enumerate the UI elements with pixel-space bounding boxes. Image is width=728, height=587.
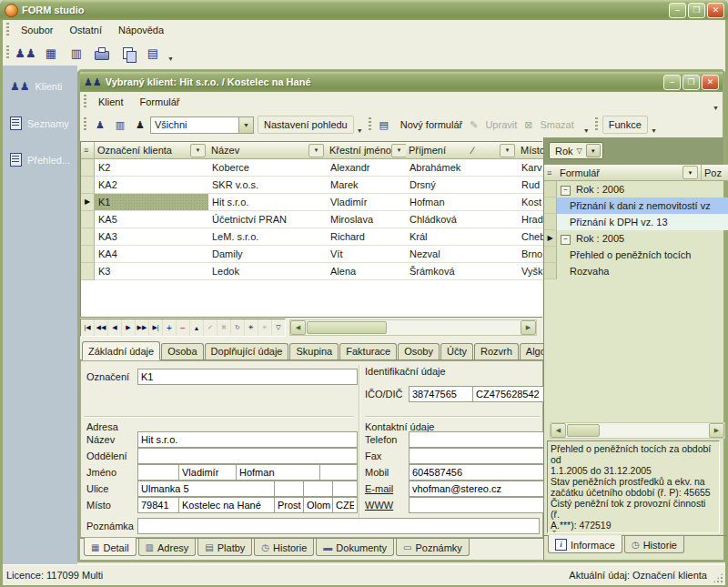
tree-item-selected[interactable]: Přiznání k dani z nemovitostí vz	[557, 197, 728, 214]
nav-first-button[interactable]: |◀	[81, 319, 95, 336]
client-toolbar-grip[interactable]	[84, 117, 86, 132]
cell[interactable]: SKR v.o.s.	[208, 177, 328, 194]
www-link-label[interactable]: WWW	[365, 500, 393, 511]
prijmeni-field[interactable]	[236, 464, 321, 481]
client-filter-combo[interactable]: Všichni ▼	[150, 116, 254, 134]
cell[interactable]: Hofman	[406, 194, 519, 211]
toolbar-grip[interactable]	[6, 46, 9, 60]
nazev-field[interactable]	[137, 431, 358, 448]
cell[interactable]: Kost	[518, 194, 546, 211]
tree-horizontal-scrollbar[interactable]: ◀ ▶	[550, 422, 725, 439]
minimize-button[interactable]: –	[669, 3, 686, 18]
view-settings-button[interactable]: Nastavení pohledu	[258, 116, 354, 134]
column-dropdown-icon[interactable]: ▼	[190, 144, 206, 157]
cell[interactable]: KA5	[95, 211, 209, 228]
www-field[interactable]	[409, 497, 545, 513]
new-client-button[interactable]: ♟	[91, 114, 109, 136]
sidebar-item-prehled[interactable]: Přehled...	[10, 153, 70, 167]
group-by-rok-chip[interactable]: Rok ▽ ▼	[549, 142, 603, 159]
client-menu-overflow-chevron[interactable]: ▼	[711, 91, 721, 113]
cell[interactable]: Richard	[327, 228, 407, 246]
cell[interactable]: Nezval	[406, 246, 519, 263]
kraj-field[interactable]	[303, 497, 334, 513]
tab-doplnujici-udaje[interactable]: Doplňující údaje	[205, 343, 289, 359]
tab-osoby[interactable]: Osoby	[398, 343, 440, 359]
band2-overflow-chevron[interactable]: ▼	[581, 114, 592, 136]
cell[interactable]: K3	[95, 263, 209, 280]
cell[interactable]: Rud	[518, 177, 546, 194]
collapse-icon[interactable]: −	[561, 186, 571, 196]
client-card-button[interactable]: ▥	[111, 114, 129, 136]
reports-button[interactable]: ▤	[141, 42, 165, 64]
tab-dokumenty[interactable]: ▬Dokumenty	[316, 539, 394, 556]
functions-button[interactable]: Funkce	[602, 116, 648, 134]
print-button[interactable]	[90, 42, 114, 64]
nav-post-button[interactable]: ✔	[204, 319, 217, 336]
tree-item[interactable]: Přiznání k DPH vz. 13	[557, 214, 728, 230]
ulice-co-field[interactable]	[303, 481, 334, 497]
scrollbar-thumb[interactable]	[307, 321, 387, 334]
tab-historie-forms[interactable]: ◷Historie	[624, 536, 684, 553]
mobil-field[interactable]	[409, 464, 545, 481]
scroll-right-icon[interactable]: ▶	[709, 423, 724, 438]
cell[interactable]: Cheb	[518, 228, 546, 246]
cell[interactable]: Chládková	[406, 211, 519, 228]
nav-goto-bookmark-button[interactable]: ✳	[258, 319, 272, 336]
menu-soubor[interactable]: Soubor	[13, 22, 61, 38]
delete-button[interactable]: Smazat	[533, 116, 580, 134]
tab-platby[interactable]: ▤Platby	[197, 539, 252, 556]
sidebar-item-seznamy[interactable]: Seznamy	[10, 116, 69, 130]
nav-insert-button[interactable]: +	[163, 319, 177, 336]
tab-ucty[interactable]: Účty	[440, 343, 473, 359]
cell[interactable]: Vladimír	[327, 194, 407, 211]
cell[interactable]: Šrámková	[406, 263, 519, 280]
cell[interactable]: Hrad	[518, 211, 546, 228]
dic-field[interactable]	[472, 386, 545, 402]
cell[interactable]: Alexandr	[327, 159, 407, 177]
client-maximize-button[interactable]: ❐	[682, 75, 700, 90]
cell[interactable]: Alena	[327, 263, 407, 280]
cell[interactable]: Abrahámek	[406, 159, 519, 177]
tab-detail[interactable]: ▦Detail	[84, 538, 136, 556]
oznaceni-field[interactable]	[137, 369, 358, 385]
column-header-nazev[interactable]: Název▼	[208, 142, 328, 159]
cell[interactable]: Hit s.r.o.	[208, 194, 328, 211]
nav-last-button[interactable]: ▶|	[149, 319, 163, 336]
cell[interactable]: KA2	[95, 177, 209, 194]
tab-skupina[interactable]: Skupina	[289, 343, 339, 359]
clients-button[interactable]: ♟♟	[14, 42, 37, 64]
psc-field[interactable]	[137, 497, 180, 513]
scrollbar-thumb[interactable]	[567, 424, 600, 437]
column-header-formular[interactable]: Formulář▼	[557, 165, 702, 181]
group-dropdown-icon[interactable]: ▼	[586, 144, 601, 157]
client-close-button[interactable]: ✕	[702, 75, 719, 90]
cell[interactable]: KA4	[95, 246, 209, 263]
fax-field[interactable]	[409, 448, 545, 464]
scroll-left-icon[interactable]: ◀	[290, 320, 306, 335]
menu-grip[interactable]	[6, 23, 9, 37]
resize-grip[interactable]	[713, 572, 723, 583]
tab-osoba[interactable]: Osoba	[161, 343, 203, 359]
tree-item[interactable]: Rozvaha	[557, 263, 728, 279]
column-dropdown-icon[interactable]: ▼	[308, 144, 324, 157]
client-minimize-button[interactable]: –	[663, 75, 681, 90]
titul2-field[interactable]	[319, 464, 358, 481]
nav-next-page-button[interactable]: ▶▶	[136, 319, 149, 336]
client-menu-grip[interactable]	[84, 95, 86, 109]
cell[interactable]: Vyšk	[518, 263, 546, 280]
cell[interactable]: Miroslava	[327, 211, 407, 228]
titul-field[interactable]	[137, 464, 180, 481]
scroll-left-icon[interactable]: ◀	[551, 423, 566, 438]
cell[interactable]: Účetnictví PRAN	[208, 211, 328, 228]
toolbar-overflow-chevron[interactable]: ▼	[166, 42, 176, 64]
cell[interactable]: KA3	[95, 228, 209, 246]
column-header-krestni[interactable]: Křestní jméno▼	[327, 142, 407, 159]
close-button[interactable]: ✕	[707, 3, 724, 18]
maximize-button[interactable]: ❐	[688, 3, 705, 18]
nav-edit-button[interactable]: ▲	[190, 319, 204, 336]
nav-cancel-button[interactable]: ✖	[217, 319, 231, 336]
cell[interactable]: Marek	[327, 177, 407, 194]
menu-ostatni[interactable]: Ostatní	[61, 22, 109, 38]
chevron-down-icon[interactable]: ▼	[238, 117, 253, 133]
nav-next-button[interactable]: ▶	[122, 319, 136, 336]
